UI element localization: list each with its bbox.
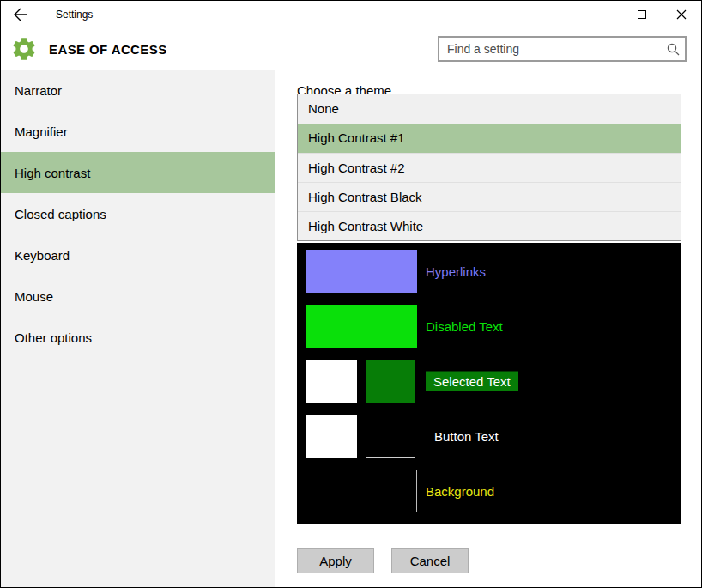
sidebar-item-other-options[interactable]: Other options bbox=[1, 317, 275, 358]
hyperlinks-swatch bbox=[306, 250, 417, 293]
main-content: Choose a theme None High Contrast #1 Hig… bbox=[275, 70, 701, 587]
search-icon[interactable] bbox=[661, 42, 685, 56]
sidebar-item-high-contrast[interactable]: High contrast bbox=[1, 152, 275, 193]
title-bar: Settings bbox=[1, 1, 701, 28]
ease-of-access-gear-icon bbox=[9, 34, 39, 64]
sidebar-item-keyboard[interactable]: Keyboard bbox=[1, 234, 275, 276]
dropdown-option-high-contrast-black[interactable]: High Contrast Black bbox=[298, 182, 681, 211]
back-arrow-icon bbox=[13, 7, 28, 22]
preview-row-background: Background bbox=[297, 470, 681, 512]
theme-dropdown-list: None High Contrast #1 High Contrast #2 H… bbox=[297, 94, 681, 241]
settings-window: Settings EASE OF ACCESS bbox=[0, 0, 702, 588]
dropdown-option-high-contrast-white[interactable]: High Contrast White bbox=[298, 211, 681, 240]
button-text-label: Button Text bbox=[434, 429, 499, 444]
background-swatch bbox=[306, 470, 417, 512]
disabled-text-label: Disabled Text bbox=[426, 319, 503, 334]
preview-row-button-text: Button Text bbox=[297, 415, 681, 458]
dropdown-option-none[interactable]: None bbox=[298, 94, 681, 124]
hyperlinks-label: Hyperlinks bbox=[426, 264, 486, 279]
search-box[interactable] bbox=[438, 36, 687, 62]
preview-row-disabled-text: Disabled Text bbox=[297, 305, 681, 348]
close-button[interactable] bbox=[662, 1, 701, 28]
background-label: Background bbox=[426, 484, 494, 499]
minimize-icon bbox=[597, 9, 608, 20]
preview-row-selected-text: Selected Text bbox=[297, 360, 681, 403]
page-header: EASE OF ACCESS bbox=[1, 28, 701, 70]
sidebar-item-magnifier[interactable]: Magnifier bbox=[1, 111, 275, 152]
action-buttons: Apply Cancel bbox=[297, 548, 469, 573]
disabled-text-swatch bbox=[306, 305, 417, 348]
selected-text-foreground-swatch bbox=[306, 360, 357, 403]
sidebar-item-narrator[interactable]: Narrator bbox=[1, 70, 275, 111]
close-icon bbox=[676, 9, 687, 20]
button-text-foreground-swatch bbox=[306, 415, 357, 458]
button-text-background-swatch bbox=[366, 415, 415, 458]
sidebar: Narrator Magnifier High contrast Closed … bbox=[1, 70, 275, 587]
sidebar-item-mouse[interactable]: Mouse bbox=[1, 276, 275, 317]
search-input[interactable] bbox=[439, 42, 661, 56]
theme-preview-panel: Hyperlinks Disabled Text Selected Text B… bbox=[297, 243, 681, 524]
maximize-icon bbox=[637, 9, 647, 20]
maximize-button[interactable] bbox=[622, 1, 662, 28]
minimize-button[interactable] bbox=[583, 1, 622, 28]
cancel-button[interactable]: Cancel bbox=[391, 548, 469, 573]
caption-buttons bbox=[583, 1, 701, 28]
apply-button[interactable]: Apply bbox=[297, 548, 374, 573]
selected-text-background-swatch bbox=[366, 360, 415, 403]
preview-row-hyperlinks: Hyperlinks bbox=[297, 250, 681, 293]
selected-text-label: Selected Text bbox=[426, 372, 518, 391]
page-title: EASE OF ACCESS bbox=[49, 42, 167, 57]
back-button[interactable] bbox=[1, 1, 40, 28]
dropdown-option-high-contrast-2[interactable]: High Contrast #2 bbox=[298, 153, 681, 182]
window-title: Settings bbox=[56, 9, 93, 21]
sidebar-item-closed-captions[interactable]: Closed captions bbox=[1, 193, 275, 234]
dropdown-option-high-contrast-1[interactable]: High Contrast #1 bbox=[298, 124, 681, 153]
